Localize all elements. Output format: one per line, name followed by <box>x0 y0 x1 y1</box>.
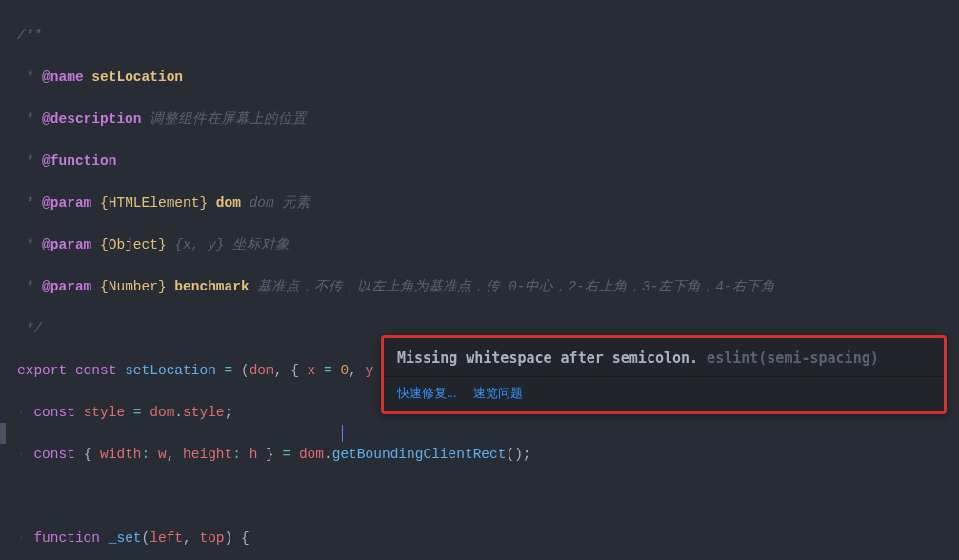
code-line: * @description 调整组件在屏幕上的位置 <box>17 109 959 130</box>
jsdoc-tag: @param <box>42 279 91 294</box>
code-line: * @param {Number} benchmark 基准点，不传，以左上角为… <box>17 276 959 297</box>
jsdoc-param-desc: 坐标对象 <box>232 237 290 252</box>
code-line: /** <box>17 25 959 46</box>
code-line: ··const { width: w, height: h } = dom.ge… <box>17 444 959 465</box>
jsdoc-type: {Object} <box>100 237 167 252</box>
prop-height: height <box>183 447 232 462</box>
keyword-export: export <box>17 363 67 378</box>
jsdoc-param-desc: 基准点，不传，以左上角为基准点，传 0-中心，2-右上角，3-左下角，4-右下角 <box>257 279 774 294</box>
code-line <box>17 486 959 507</box>
hover-tooltip: Missing whitespace after semicolon. esli… <box>381 335 947 414</box>
lint-message-text: Missing whitespace after semicolon. <box>397 350 707 367</box>
code-line: * @name setLocation <box>17 67 959 88</box>
jsdoc-param-name: benchmark <box>174 279 249 294</box>
jsdoc-open: /** <box>17 28 42 43</box>
jsdoc-tag: @param <box>42 237 91 252</box>
quickfix-link[interactable]: 快速修复... <box>397 387 456 400</box>
hover-message: Missing whitespace after semicolon. esli… <box>384 338 944 376</box>
function-set: _set <box>109 530 142 546</box>
jsdoc-type: {HTMLElement} <box>100 195 208 210</box>
code-line: * @param {HTMLElement} dom dom 元素 <box>17 192 959 213</box>
jsdoc-tag: @description <box>42 111 141 127</box>
jsdoc-tag: @name <box>42 70 84 85</box>
code-line: ··function _set(left, top) { <box>17 528 959 549</box>
hover-actions: 快速修复... 速览问题 <box>384 376 944 411</box>
jsdoc-param-name: dom <box>216 195 241 210</box>
param-y: y <box>366 363 374 378</box>
code-editor[interactable]: /** * @name setLocation * @description 调… <box>0 0 959 560</box>
jsdoc-type: {Number} <box>100 279 167 294</box>
jsdoc-close: */ <box>17 321 42 336</box>
jsdoc-param-name: {x, y} <box>174 237 224 252</box>
code-line: * @function <box>17 150 959 171</box>
method-getrect: getBoundingClientRect <box>332 447 507 462</box>
jsdoc-desc: 调整组件在屏幕上的位置 <box>150 111 307 127</box>
text-cursor <box>342 425 343 442</box>
param-dom: dom <box>250 363 274 378</box>
var-style: style <box>84 405 126 420</box>
param-x: x <box>308 363 316 378</box>
keyword-const: const <box>75 363 117 378</box>
jsdoc-param-desc: dom 元素 <box>250 195 311 210</box>
code-line: * @param {Object} {x, y} 坐标对象 <box>17 234 959 255</box>
jsdoc-tag: @function <box>42 153 116 169</box>
current-line-indicator <box>0 423 6 444</box>
peek-problem-link[interactable]: 速览问题 <box>473 387 523 400</box>
keyword-function: function <box>33 530 100 546</box>
function-name: setLocation <box>125 363 216 378</box>
jsdoc-name: setLocation <box>91 70 183 85</box>
lint-rule: eslint(semi-spacing) <box>707 350 879 367</box>
prop-width: width <box>100 447 142 462</box>
jsdoc-tag: @param <box>42 195 91 210</box>
